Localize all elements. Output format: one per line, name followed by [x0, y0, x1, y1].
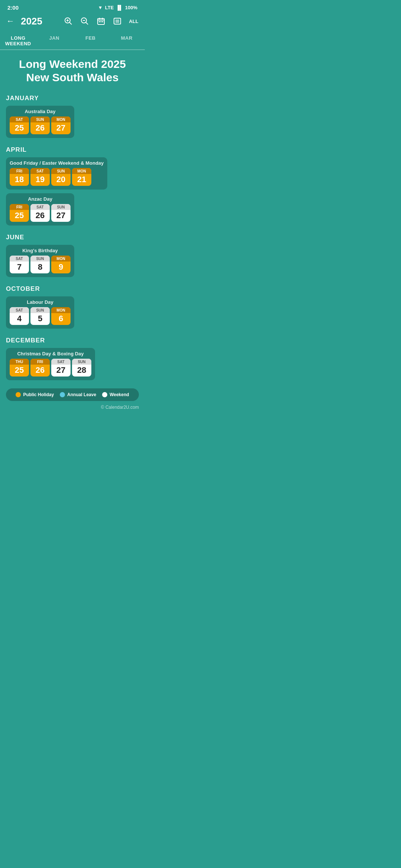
- day-num: 26: [30, 210, 50, 222]
- holiday-row-april: Good Friday / Easter Weekend & Monday FR…: [6, 157, 139, 226]
- legend: Public Holiday Annual Leave Weekend: [6, 388, 139, 401]
- day-num: 8: [30, 262, 50, 273]
- holiday-name-australia-day: Australia Day: [10, 109, 71, 114]
- day-num: 26: [30, 365, 50, 377]
- zoom-in-button[interactable]: [62, 14, 75, 28]
- back-button[interactable]: ←: [4, 15, 16, 27]
- holiday-name-labour-day: Labour Day: [10, 299, 71, 305]
- day-num: 27: [51, 122, 71, 134]
- day-box: SAT 27: [51, 359, 71, 377]
- holiday-card-australia-day: Australia Day SAT 25 SUN 26 MON 27: [6, 106, 74, 138]
- day-box: MON 21: [72, 168, 91, 186]
- month-label-december: DECEMBER: [6, 337, 139, 344]
- day-box: SAT 25: [10, 116, 29, 134]
- holiday-card-labour-day: Labour Day SAT 4 SUN 5 MON 6: [6, 296, 74, 329]
- status-icons: ▼ LTE ▐▌ 100%: [98, 5, 137, 10]
- svg-rect-13: [102, 21, 103, 22]
- day-box: SUN 26: [30, 116, 50, 134]
- tab-mar[interactable]: MAR: [109, 32, 145, 49]
- day-box: SUN 28: [72, 359, 91, 377]
- zoom-out-icon: [81, 17, 89, 25]
- copyright: © Calendar2U.com: [6, 405, 139, 410]
- day-label: SAT: [30, 168, 50, 174]
- month-label-june: JUNE: [6, 234, 139, 241]
- day-label: SAT: [10, 116, 29, 122]
- day-box: SAT 4: [10, 307, 29, 325]
- holiday-name-kings-birthday: King's Birthday: [10, 248, 71, 253]
- day-label: SUN: [30, 116, 50, 122]
- list-view-button[interactable]: [111, 14, 124, 28]
- holiday-row-october: Labour Day SAT 4 SUN 5 MON 6: [6, 296, 139, 329]
- day-box: SUN 27: [51, 204, 71, 222]
- tab-feb[interactable]: FEB: [72, 32, 109, 49]
- zoom-out-button[interactable]: [78, 14, 91, 28]
- month-label-october: OCTOBER: [6, 285, 139, 293]
- legend-dot-public-holiday: [16, 392, 21, 397]
- day-box: MON 9: [51, 256, 71, 273]
- month-label-april: APRIL: [6, 146, 139, 154]
- day-num: 9: [51, 262, 71, 273]
- holiday-row-january: Australia Day SAT 25 SUN 26 MON 27: [6, 106, 139, 138]
- legend-label-public-holiday: Public Holiday: [23, 392, 54, 397]
- day-box: SUN 20: [51, 168, 71, 186]
- signal-icon: ▐▌: [116, 5, 123, 10]
- legend-dot-annual-leave: [60, 392, 65, 397]
- day-label: MON: [51, 307, 71, 313]
- day-label: SUN: [72, 359, 91, 365]
- day-num: 20: [51, 174, 71, 186]
- day-num: 19: [30, 174, 50, 186]
- day-label: FRI: [30, 359, 50, 365]
- day-num: 25: [10, 122, 29, 134]
- day-label: SUN: [51, 168, 71, 174]
- day-label: THU: [10, 359, 29, 365]
- legend-label-annual-leave: Annual Leave: [67, 392, 96, 397]
- legend-item-public-holiday: Public Holiday: [16, 392, 54, 397]
- legend-item-annual-leave: Annual Leave: [60, 392, 96, 397]
- holiday-name-good-friday: Good Friday / Easter Weekend & Monday: [10, 160, 104, 166]
- day-label: SUN: [30, 256, 50, 262]
- year-label: 2025: [21, 16, 59, 27]
- day-box: SAT 7: [10, 256, 29, 273]
- days-row-australia-day: SAT 25 SUN 26 MON 27: [10, 116, 71, 134]
- day-num: 4: [10, 313, 29, 325]
- day-label: MON: [51, 256, 71, 262]
- day-label: MON: [51, 116, 71, 122]
- status-bar: 2:00 ▼ LTE ▐▌ 100%: [0, 0, 145, 13]
- day-box: FRI 25: [10, 204, 29, 222]
- all-filter-button[interactable]: ALL: [127, 14, 140, 28]
- svg-line-1: [69, 22, 72, 24]
- day-box: MON 6: [51, 307, 71, 325]
- holiday-name-christmas: Christmas Day & Boxing Day: [10, 351, 91, 356]
- battery-label: 100%: [125, 5, 137, 10]
- day-label: MON: [72, 168, 91, 174]
- day-box: THU 25: [10, 359, 29, 377]
- day-num: 26: [30, 122, 50, 134]
- holiday-card-kings-birthday: King's Birthday SAT 7 SUN 8 MON 9: [6, 245, 74, 277]
- tab-jan[interactable]: JAN: [36, 32, 73, 49]
- legend-item-weekend: Weekend: [102, 392, 129, 397]
- day-num: 6: [51, 313, 71, 325]
- tab-long-weekend[interactable]: LONG WEEKEND: [0, 32, 36, 49]
- day-box: SAT 26: [30, 204, 50, 222]
- svg-line-5: [86, 22, 88, 24]
- list-icon: [113, 17, 121, 25]
- day-box: SAT 19: [30, 168, 50, 186]
- tab-bar: LONG WEEKEND JAN FEB MAR: [0, 32, 145, 50]
- calendar-view-button[interactable]: [94, 14, 108, 28]
- holiday-row-december: Christmas Day & Boxing Day THU 25 FRI 26…: [6, 348, 139, 380]
- holiday-name-anzac-day: Anzac Day: [10, 196, 71, 202]
- day-num: 18: [10, 174, 29, 186]
- month-section-april: APRIL Good Friday / Easter Weekend & Mon…: [6, 146, 139, 226]
- day-label: FRI: [10, 168, 29, 174]
- holiday-card-anzac-day: Anzac Day FRI 25 SAT 26 SUN 27: [6, 193, 74, 226]
- day-box: SUN 5: [30, 307, 50, 325]
- wifi-icon: ▼: [98, 5, 103, 10]
- day-num: 5: [30, 313, 50, 325]
- legend-dot-weekend: [102, 392, 107, 397]
- status-time: 2:00: [7, 4, 19, 11]
- main-content: Long Weekend 2025 New South Wales JANUAR…: [0, 50, 145, 440]
- day-label: SUN: [30, 307, 50, 313]
- days-row-kings-birthday: SAT 7 SUN 8 MON 9: [10, 256, 71, 273]
- day-num: 21: [72, 174, 91, 186]
- zoom-in-icon: [64, 17, 72, 25]
